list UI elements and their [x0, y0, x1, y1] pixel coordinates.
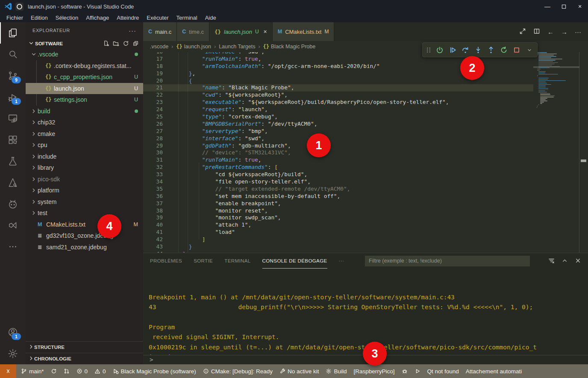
activity-more[interactable] [0, 236, 26, 257]
tab-cmakelists[interactable]: M CMakeLists.txt M [273, 22, 335, 41]
panel-tab--[interactable]: ··· [339, 253, 344, 269]
panel-tab-console-de-d-bogage[interactable]: CONSOLE DE DÉBOGAGE [262, 253, 327, 269]
tree-item-gd32vf103-ozone-jdebug[interactable]: ≣gd32vf103_ozone.jdebug [26, 230, 143, 242]
code-line-32[interactable]: 32 "preRestartCommands": [ [143, 164, 533, 171]
diff-button[interactable] [519, 28, 526, 36]
debug-continue-button[interactable] [447, 44, 458, 56]
minimize-button[interactable]: — [539, 0, 556, 13]
maximize-button[interactable] [556, 0, 572, 13]
debug-step-out-button[interactable] [485, 44, 497, 56]
status-cmake-debug-ready[interactable]: CMake: [Debug]: Ready [200, 364, 276, 378]
code-line-28[interactable]: 28 "interface": "swd", [143, 135, 533, 142]
panel-tab-probl-mes[interactable]: PROBLÈMES [150, 253, 182, 269]
close-button[interactable]: × [572, 0, 588, 13]
debug-step-into-button[interactable] [472, 44, 484, 56]
code-line-30[interactable]: 30 // "device": "STM32L431VC", [143, 149, 533, 157]
breadcrumb-item[interactable]: {}Black Magic Probe [263, 44, 316, 50]
tree-item-samd21-ozone-jdebug[interactable]: ≣samd21_ozone.jdebug [26, 242, 143, 253]
editor-scrollbar[interactable] [579, 52, 588, 253]
breadcrumb-item[interactable]: .vscode [150, 44, 168, 50]
code-line-35[interactable]: 35 // "target extended-remote /dev/ttyAC… [143, 186, 533, 193]
code-line-38[interactable]: 38 "monitor reset", [143, 207, 533, 215]
workspace-section-header[interactable]: SOFTWARE [26, 38, 143, 49]
status-build[interactable]: Build [322, 364, 350, 378]
arrow-right-button[interactable]: → [561, 28, 567, 35]
new-folder-button[interactable] [113, 40, 119, 47]
code-line-43[interactable]: 43 } [143, 243, 533, 251]
activity-cmake[interactable] [0, 172, 26, 193]
tab-launch-json[interactable]: {} launch.json U × [209, 22, 273, 41]
code-line-40[interactable]: 40 "attach 1", [143, 221, 533, 229]
status-qt-not-found[interactable]: Qt not found [424, 364, 462, 378]
tree-item-platform[interactable]: platform [26, 185, 143, 196]
code-line-25[interactable]: 25 "type": "cortex-debug", [143, 113, 533, 121]
code-line-31[interactable]: 31 "runToMain": true, [143, 157, 533, 164]
activity-account[interactable]: 1 [0, 322, 26, 343]
activity-settings-gear[interactable] [0, 343, 26, 364]
code-line-42[interactable]: 42 ] [143, 236, 533, 243]
tree-item-launch-json[interactable]: {}launch.jsonU [26, 83, 143, 94]
code-line-37[interactable]: 37 "enable breakpoint", [143, 200, 533, 207]
code-line-22[interactable]: 22 "cwd": "${workspaceRoot}", [143, 92, 533, 99]
close-button[interactable] [575, 257, 581, 265]
sidebar-section-chronologie[interactable]: CHRONOLOGIE [26, 353, 143, 364]
more-dots-button[interactable]: ··· [575, 28, 581, 35]
tree-item--vscode[interactable]: .vscode [26, 49, 143, 60]
code-line-21[interactable]: 21 "name": "Black Magic Probe", [143, 84, 533, 92]
status-attachement-automati[interactable]: Attachement automati [462, 364, 525, 378]
collapse-all-button[interactable] [132, 40, 139, 47]
code-editor[interactable]: 16 "interface": "swd",17 "runToMain": tr… [143, 52, 588, 253]
menu-atteindre[interactable]: Atteindre [113, 14, 143, 21]
chevron-up-button[interactable] [562, 257, 568, 265]
sidebar-section-structure[interactable]: STRUCTURE [26, 341, 143, 353]
activity-explorer[interactable] [0, 22, 26, 44]
status-sync[interactable] [47, 364, 60, 378]
sidebar-more-icon[interactable]: ··· [129, 27, 136, 34]
status-0[interactable]: 0 [91, 364, 109, 378]
tree-item-pico-sdk[interactable]: pico-sdk [26, 174, 143, 185]
menu-exécuter[interactable]: Exécuter [143, 14, 172, 21]
filter-clear-button[interactable] [548, 257, 555, 265]
breadcrumb-item[interactable]: {}launch.json [176, 44, 211, 50]
tab-time-c[interactable]: C time.c [177, 22, 209, 41]
activity-run-debug[interactable]: 1 [0, 86, 26, 108]
debug-console-filter-input[interactable] [365, 256, 530, 266]
menu-edition[interactable]: Edition [27, 14, 52, 21]
tree-item-library[interactable]: library [26, 162, 143, 174]
tab-main-c[interactable]: C main.c [143, 22, 177, 41]
panel-tab-terminal[interactable]: TERMINAL [224, 253, 250, 269]
tree-item-system[interactable]: system [26, 196, 143, 208]
code-line-36[interactable]: 36 "set mem inaccessible-by-default off"… [143, 193, 533, 200]
debug-stop-button[interactable] [511, 44, 522, 56]
arrow-left-button[interactable]: ← [547, 28, 554, 35]
close-tab-icon[interactable]: × [264, 28, 267, 35]
menu-affichage[interactable]: Affichage [82, 14, 113, 21]
debug-power-button[interactable] [434, 44, 445, 56]
menu-aide[interactable]: Aide [201, 14, 220, 21]
code-line-27[interactable]: 27 "servertype": "bmp", [143, 128, 533, 135]
tree-item-cpu[interactable]: cpu [26, 139, 143, 151]
activity-source-control[interactable]: 9 [0, 65, 26, 86]
code-line-33[interactable]: 33 "cd ${workspaceRoot}/build", [143, 171, 533, 178]
activity-extensions[interactable] [0, 129, 26, 151]
panel-tab-sortie[interactable]: SORTIE [194, 253, 213, 269]
activity-platformio[interactable] [0, 193, 26, 215]
status-git2[interactable] [60, 364, 73, 378]
activity-vs-project[interactable] [0, 215, 26, 236]
split-button[interactable] [533, 28, 540, 36]
code-line-39[interactable]: 39 "monitor swdp_scan", [143, 214, 533, 221]
tree-item-cmakelists-txt[interactable]: MCMakeLists.txtM [26, 219, 143, 230]
debug-restart-button[interactable] [498, 44, 509, 56]
tree-item-test[interactable]: test [26, 207, 143, 219]
tree-item-c-cpp-properties-json[interactable]: {}c_cpp_properties.jsonU [26, 71, 143, 83]
refresh-button[interactable] [123, 40, 129, 47]
status-bug[interactable] [398, 364, 411, 378]
tree-item-include[interactable]: include [26, 151, 143, 162]
status-raspberrypico[interactable]: [RaspberryPico] [350, 364, 398, 378]
code-line-23[interactable]: 23 "executable": "${workspaceRoot}/build… [143, 99, 533, 106]
menu-terminal[interactable]: Terminal [173, 14, 201, 21]
menu-fichier[interactable]: Fichier [3, 14, 27, 21]
status-0[interactable]: 0 [73, 364, 91, 378]
debug-step-over-button[interactable] [459, 44, 471, 56]
tree-item--cortex-debug-registers-stat-[interactable]: {}.cortex-debug.registers.stat... [26, 60, 143, 72]
